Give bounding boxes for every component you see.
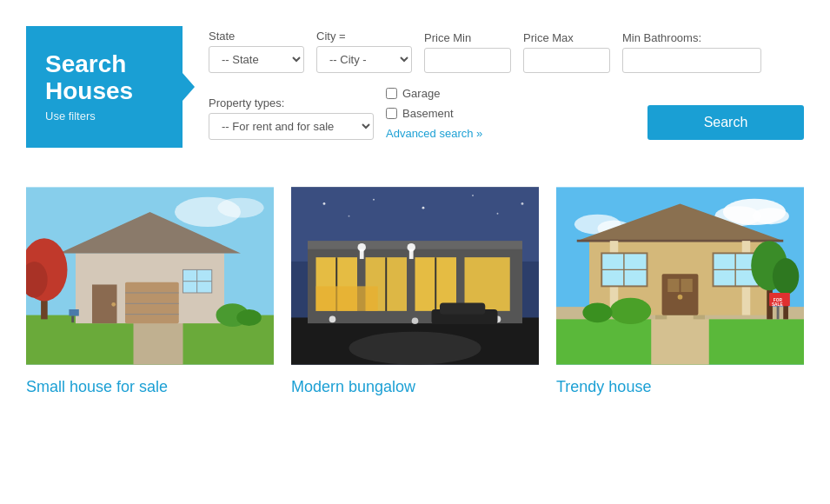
filters-area: State -- State Alabama California Florid… — [209, 26, 804, 140]
svg-point-50 — [521, 202, 524, 205]
svg-point-52 — [497, 213, 499, 215]
state-filter-group: State -- State Alabama California Florid… — [209, 30, 304, 73]
house-3-svg: FOR SALE — [556, 182, 804, 369]
svg-rect-71 — [667, 279, 679, 292]
state-select[interactable]: -- State Alabama California Florida New … — [209, 46, 304, 73]
garage-checkbox-item: Garage — [386, 87, 482, 100]
house-1-title: Small house for sale — [26, 378, 274, 396]
svg-text:SALE: SALE — [772, 302, 783, 307]
svg-rect-20 — [71, 316, 74, 323]
svg-point-48 — [422, 207, 425, 209]
page-subtitle: Use filters — [45, 109, 163, 123]
state-label: State — [209, 30, 304, 43]
svg-point-85 — [582, 302, 612, 322]
property-type-select[interactable]: -- For rent and for sale For sale For re… — [209, 113, 374, 140]
property-types-label: Property types: — [209, 96, 374, 109]
filters-row-1: State -- State Alabama California Florid… — [209, 30, 804, 73]
garage-checkbox[interactable] — [386, 88, 397, 99]
search-button[interactable]: Search — [647, 105, 804, 140]
price-min-input[interactable] — [424, 48, 511, 73]
filters-row-2: Property types: -- For rent and for sale… — [209, 83, 804, 140]
search-title-box: Search Houses Use filters — [26, 26, 183, 148]
svg-point-73 — [678, 295, 683, 300]
svg-point-47 — [373, 199, 375, 201]
price-max-group: Price Max — [523, 31, 610, 73]
svg-point-26 — [349, 332, 481, 365]
advanced-search-link[interactable]: Advanced search » — [386, 127, 482, 140]
house-image-2 — [291, 182, 539, 369]
property-type-group: Property types: -- For rent and for sale… — [209, 96, 374, 140]
house-card-1[interactable]: Small house for sale — [26, 182, 274, 396]
price-min-label: Price Min — [424, 31, 511, 44]
svg-point-22 — [217, 198, 263, 218]
svg-point-84 — [610, 298, 652, 324]
city-select[interactable]: -- City - Austin Dallas Miami Los Angele… — [316, 46, 412, 73]
svg-point-56 — [753, 208, 789, 224]
price-max-label: Price Max — [523, 31, 610, 44]
svg-rect-60 — [651, 315, 709, 365]
house-card-2[interactable]: Modern bungalow — [291, 182, 539, 396]
svg-point-46 — [323, 202, 326, 205]
svg-point-10 — [111, 302, 116, 307]
checkboxes-col: Garage Basement Advanced search » — [386, 83, 482, 140]
svg-point-40 — [407, 243, 415, 252]
svg-rect-5 — [125, 282, 179, 324]
garage-label: Garage — [402, 87, 440, 100]
city-filter-group: City = -- City - Austin Dallas Miami Los… — [316, 30, 412, 73]
house-2-svg — [291, 182, 539, 369]
house-card-3[interactable]: FOR SALE Trendy house — [556, 182, 804, 396]
svg-rect-19 — [69, 309, 78, 316]
svg-rect-45 — [440, 302, 485, 314]
house-image-3: FOR SALE — [556, 182, 804, 369]
basement-checkbox-item: Basement — [386, 107, 482, 120]
svg-point-49 — [472, 195, 474, 196]
svg-point-18 — [236, 309, 262, 326]
houses-grid: Small house for sale — [0, 165, 830, 422]
svg-point-38 — [357, 243, 366, 252]
basement-label: Basement — [402, 107, 454, 120]
city-label: City = — [316, 30, 412, 43]
svg-rect-72 — [681, 279, 692, 292]
house-1-svg — [26, 182, 274, 369]
house-2-title: Modern bungalow — [291, 378, 539, 396]
min-bathrooms-label: Min Bathrooms: — [622, 31, 761, 44]
house-3-title: Trendy house — [556, 378, 804, 396]
svg-point-42 — [412, 317, 419, 324]
price-min-group: Price Min — [424, 31, 511, 73]
page-title: Search Houses — [45, 51, 163, 105]
house-image-1 — [26, 182, 274, 369]
svg-point-51 — [349, 216, 350, 217]
min-bathrooms-group: Min Bathrooms: — [622, 31, 761, 73]
svg-rect-87 — [777, 306, 780, 319]
svg-point-83 — [773, 258, 799, 295]
checkboxes-area: Garage Basement Advanced search » — [386, 83, 482, 140]
search-button-area: Search — [647, 105, 804, 140]
min-bathrooms-input[interactable] — [622, 48, 761, 73]
price-max-input[interactable] — [523, 48, 610, 73]
svg-rect-36 — [316, 286, 378, 311]
svg-point-41 — [329, 316, 336, 323]
basement-checkbox[interactable] — [386, 108, 397, 119]
